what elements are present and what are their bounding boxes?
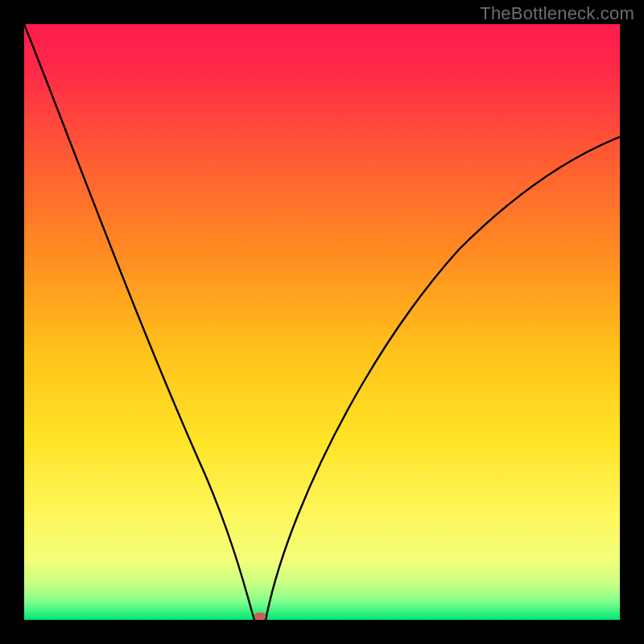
plot-area [24,24,620,620]
bottleneck-curve [24,24,620,620]
curve-path [24,24,620,620]
watermark-text: TheBottleneck.com [480,3,634,24]
chart-frame: TheBottleneck.com [0,0,644,644]
bottleneck-marker [254,613,266,620]
